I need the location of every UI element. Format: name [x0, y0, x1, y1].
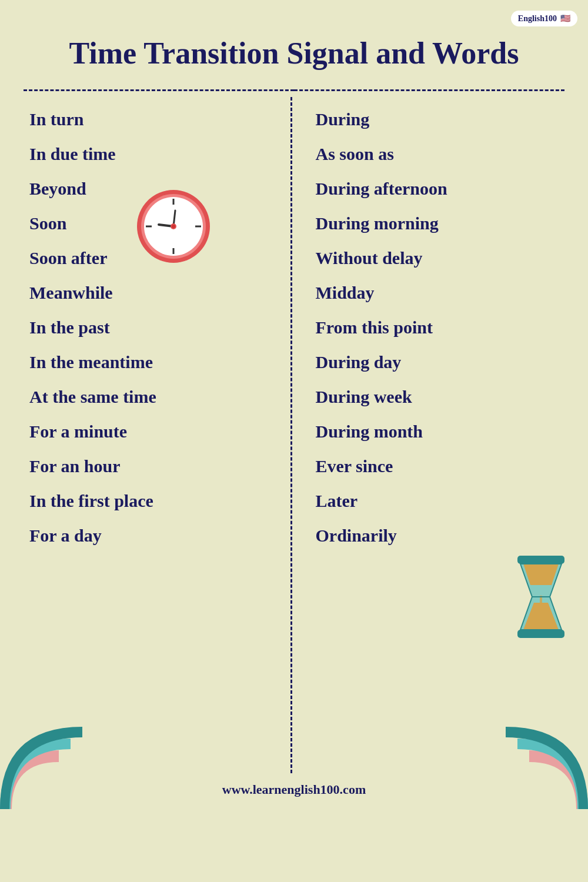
list-item: Meanwhile: [29, 276, 279, 309]
list-item: During morning: [316, 207, 565, 239]
list-item: In turn: [29, 103, 279, 135]
list-item: For a day: [29, 519, 279, 552]
title-section: Time Transition Signal and Words: [0, 0, 588, 83]
list-item: As soon as: [316, 138, 565, 170]
hourglass-illustration: [512, 556, 570, 638]
svg-rect-12: [517, 630, 564, 638]
list-item: In the meantime: [29, 346, 279, 378]
right-column: During As soon as During afternoon Durin…: [290, 97, 577, 773]
list-item: Midday: [316, 276, 565, 309]
list-item: From this point: [316, 311, 565, 343]
svg-point-10: [172, 225, 175, 228]
footer: www.learnenglish100.com: [0, 773, 588, 809]
divider-left: [24, 89, 294, 91]
list-item: During day: [316, 346, 565, 378]
divider-right: [294, 89, 564, 91]
list-item: In due time: [29, 138, 279, 170]
flag-icon: 🇺🇸: [560, 14, 570, 24]
list-item: Without delay: [316, 242, 565, 274]
list-item: In the first place: [29, 485, 279, 517]
content-area: In turn In due time Beyond Soon Soon aft…: [0, 97, 588, 773]
list-item: During afternoon: [316, 172, 565, 205]
clock-illustration: [135, 188, 212, 265]
list-item: During week: [316, 380, 565, 413]
brand-badge: English100 🇺🇸: [511, 11, 577, 26]
list-item: During: [316, 103, 565, 135]
list-item: For a minute: [29, 415, 279, 447]
svg-rect-11: [517, 556, 564, 564]
list-item: At the same time: [29, 380, 279, 413]
list-item: Ever since: [316, 450, 565, 482]
divider: [24, 89, 564, 91]
list-item: In the past: [29, 311, 279, 343]
footer-url: www.learnenglish100.com: [0, 782, 588, 797]
list-item: Ordinarily: [316, 519, 565, 552]
brand-name: English100: [518, 14, 557, 24]
page-title: Time Transition Signal and Words: [24, 35, 564, 72]
clock-icon: [135, 188, 212, 265]
list-item: Later: [316, 485, 565, 517]
list-item: During month: [316, 415, 565, 447]
list-item: For an hour: [29, 450, 279, 482]
hourglass-icon: [512, 556, 570, 638]
